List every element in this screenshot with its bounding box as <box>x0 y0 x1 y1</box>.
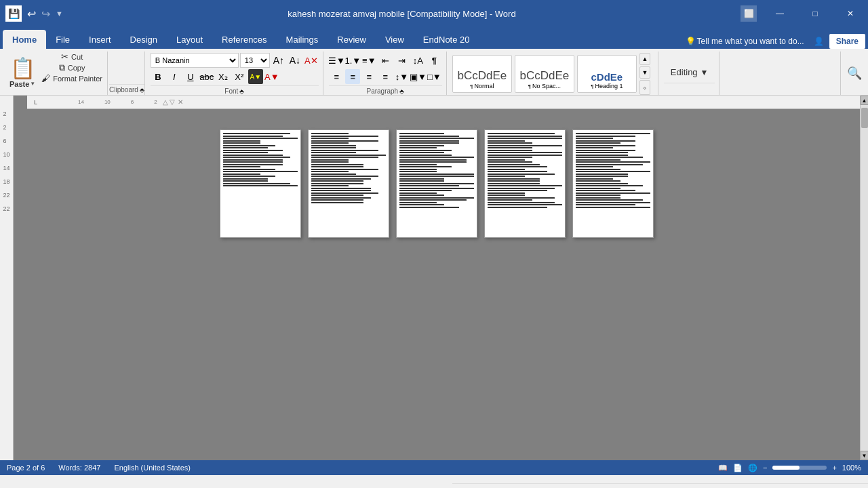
right-scrollbar[interactable]: ▲ ▼ <box>860 96 868 460</box>
format-painter-button[interactable]: 🖌 Format Painter <box>39 73 104 83</box>
tab-endnote[interactable]: EndNote 20 <box>414 30 479 49</box>
tab-file[interactable]: File <box>46 30 79 49</box>
copy-button[interactable]: ⧉ Copy <box>39 62 104 73</box>
document-title: kahesh mozerat amvaj mobile [Compatibili… <box>63 9 741 19</box>
paste-button[interactable]: 📋 Paste ▼ <box>5 52 39 95</box>
ruler-num-2: 2 <box>154 99 157 105</box>
underline-button[interactable]: U <box>183 69 198 84</box>
tab-home[interactable]: Home <box>3 30 46 49</box>
document-canvas[interactable]: L 14 10 6 2 △ ▽ ✕ <box>14 96 860 460</box>
bullets-button[interactable]: ☰▼ <box>329 53 344 68</box>
styles-scroll-up-button[interactable]: ▲ <box>639 53 650 65</box>
line-spacing-button[interactable]: ↕▼ <box>394 69 409 84</box>
maximize-button[interactable]: □ <box>803 4 827 23</box>
doc-page-1[interactable] <box>220 129 301 238</box>
font-family-select[interactable]: B Nazanin <box>151 53 239 68</box>
scroll-up-button[interactable]: ▲ <box>861 96 869 105</box>
help-button[interactable]: 💡 Tell me what you want to do... <box>682 35 808 47</box>
align-center-button[interactable]: ≡ <box>345 69 360 84</box>
doc-page-5[interactable] <box>572 129 654 238</box>
ruler-markers: △ ▽ ✕ <box>163 98 183 106</box>
top-ruler: L 14 10 6 2 △ ▽ ✕ <box>27 96 860 109</box>
editing-button[interactable]: Editing ▼ <box>667 66 713 79</box>
bold-button[interactable]: B <box>151 69 165 84</box>
word-count: Words: 2847 <box>58 464 100 472</box>
ruler-tab-stop: L <box>34 99 37 106</box>
sort-button[interactable]: ↕A <box>410 53 425 68</box>
doc-page-2[interactable] <box>308 129 389 238</box>
increase-indent-button[interactable]: ⇥ <box>394 53 409 68</box>
ribbon-search-button[interactable]: 🔍 <box>844 62 865 84</box>
tab-view[interactable]: View <box>376 30 414 49</box>
subscript-button[interactable]: X₂ <box>216 69 231 84</box>
tab-insert[interactable]: Insert <box>79 30 121 49</box>
scroll-down-button[interactable]: ▼ <box>861 451 869 460</box>
styles-expand-button[interactable]: ⬦ <box>639 80 650 95</box>
multilevel-list-button[interactable]: ≡▼ <box>361 53 376 68</box>
ribbon-tabs: Home File Insert Design Layout Reference… <box>0 27 868 49</box>
font-bottom-row: B I U abc X₂ X² A▼ A▼ <box>151 69 319 84</box>
zoom-out-button[interactable]: − <box>763 464 767 472</box>
show-formatting-button[interactable]: ¶ <box>427 53 441 68</box>
style-heading1[interactable]: cDdEe ¶ Heading 1 <box>577 55 637 93</box>
style-heading1-label: Heading 1 <box>595 83 623 89</box>
tab-design[interactable]: Design <box>121 30 167 49</box>
zoom-slider[interactable] <box>772 466 827 470</box>
style-no-spacing[interactable]: bCcDdEe ¶ No Spac... <box>515 55 574 93</box>
decrease-font-button[interactable]: A↓ <box>288 53 302 68</box>
justify-button[interactable]: ≡ <box>378 69 393 84</box>
style-heading1-bottom: ¶ Heading 1 <box>591 83 623 89</box>
account-icon[interactable]: 👤 <box>814 37 824 46</box>
minimize-button[interactable]: — <box>768 4 792 23</box>
ruler-num-18: 18 <box>3 175 9 188</box>
tab-review[interactable]: Review <box>328 30 376 49</box>
font-group: B Nazanin 13 A↑ A↓ A✕ B I U abc X₂ X² A▼… <box>146 52 323 95</box>
cut-button[interactable]: ✂ Cut <box>39 52 104 62</box>
align-right-button[interactable]: ≡ <box>361 69 376 84</box>
increase-font-button[interactable]: A↑ <box>271 53 286 68</box>
font-group-label: Font ⬘ <box>151 85 319 95</box>
font-color-button[interactable]: A▼ <box>264 69 279 84</box>
close-button[interactable]: ✕ <box>838 4 863 23</box>
quick-access-dropdown[interactable]: ▼ <box>56 9 63 18</box>
view-print-icon[interactable]: 📄 <box>733 464 743 472</box>
save-button[interactable]: 💾 <box>5 5 22 22</box>
doc-page-3[interactable] <box>396 129 477 238</box>
text-highlight-button[interactable]: A▼ <box>248 69 263 84</box>
style-no-spacing-preview: bCcDdEe <box>519 69 569 83</box>
restore-button[interactable]: ⬜ <box>741 5 757 22</box>
shading-button[interactable]: ▣▼ <box>410 69 425 84</box>
clipboard-expand-icon[interactable]: ⬘ <box>140 87 144 94</box>
clear-format-button[interactable]: A✕ <box>304 53 319 68</box>
doc-page-4[interactable] <box>484 129 566 238</box>
undo-button[interactable]: ↩ <box>27 7 36 20</box>
tab-references[interactable]: References <box>212 30 276 49</box>
superscript-button[interactable]: X² <box>232 69 247 84</box>
ruler-num-14: 14 <box>3 161 9 175</box>
strikethrough-button[interactable]: abc <box>199 69 214 84</box>
font-expand-icon[interactable]: ⬘ <box>239 88 244 95</box>
tab-layout[interactable]: Layout <box>167 30 212 49</box>
format-painter-icon: 🖌 <box>41 74 50 83</box>
styles-scroll-down-button[interactable]: ▼ <box>639 66 650 79</box>
share-button[interactable]: Share <box>829 34 865 49</box>
paragraph-expand-icon[interactable]: ⬘ <box>399 88 404 95</box>
scroll-thumb[interactable] <box>861 108 868 128</box>
ruler-num-6: 6 <box>3 134 9 148</box>
view-web-icon[interactable]: 🌐 <box>748 464 757 472</box>
language: English (United States) <box>114 464 191 472</box>
ruler-numbers: L 14 10 6 2 △ ▽ ✕ <box>34 98 183 106</box>
align-left-button[interactable]: ≡ <box>329 69 344 84</box>
redo-button[interactable]: ↪ <box>41 7 50 20</box>
view-read-icon[interactable]: 📖 <box>718 464 728 472</box>
paste-label: Paste <box>9 80 29 88</box>
italic-button[interactable]: I <box>167 69 182 84</box>
zoom-in-button[interactable]: + <box>832 464 836 472</box>
tab-mailings[interactable]: Mailings <box>277 30 328 49</box>
font-size-select[interactable]: 13 <box>240 53 270 68</box>
decrease-indent-button[interactable]: ⇤ <box>378 53 393 68</box>
ruler-close-icon[interactable]: ✕ <box>178 98 183 106</box>
numbering-button[interactable]: 1.▼ <box>345 53 360 68</box>
borders-button[interactable]: □▼ <box>427 69 441 84</box>
style-normal[interactable]: bCcDdEe ¶ Normal <box>452 55 512 93</box>
